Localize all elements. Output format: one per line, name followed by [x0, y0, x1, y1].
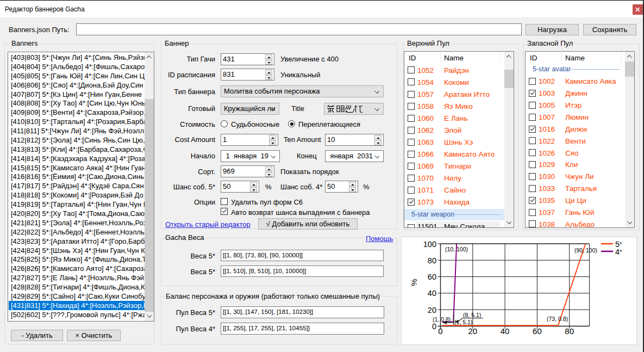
svg-text:0: 0 — [438, 326, 442, 336]
svg-text:80: 80 — [565, 326, 574, 336]
svg-text:40: 40 — [501, 326, 510, 336]
svg-text:20: 20 — [468, 326, 477, 336]
svg-text:(73, 0.8): (73, 0.8) — [547, 316, 568, 322]
svg-text:40: 40 — [428, 289, 436, 298]
svg-text:20: 20 — [428, 306, 436, 314]
svg-text:60: 60 — [428, 273, 436, 281]
svg-text:(8, 5.1): (8, 5.1) — [463, 312, 481, 318]
svg-text:(90, 100): (90, 100) — [574, 247, 597, 254]
svg-text:80: 80 — [428, 256, 436, 265]
svg-text:100: 100 — [423, 240, 436, 249]
svg-text:0: 0 — [432, 322, 436, 331]
svg-text:60: 60 — [533, 326, 542, 336]
svg-text:%: % — [409, 279, 418, 286]
svg-text:(10, 100): (10, 100) — [445, 246, 468, 252]
svg-text:4*: 4* — [615, 248, 622, 256]
svg-text:(1, 0.8): (1, 0.8) — [433, 316, 451, 323]
